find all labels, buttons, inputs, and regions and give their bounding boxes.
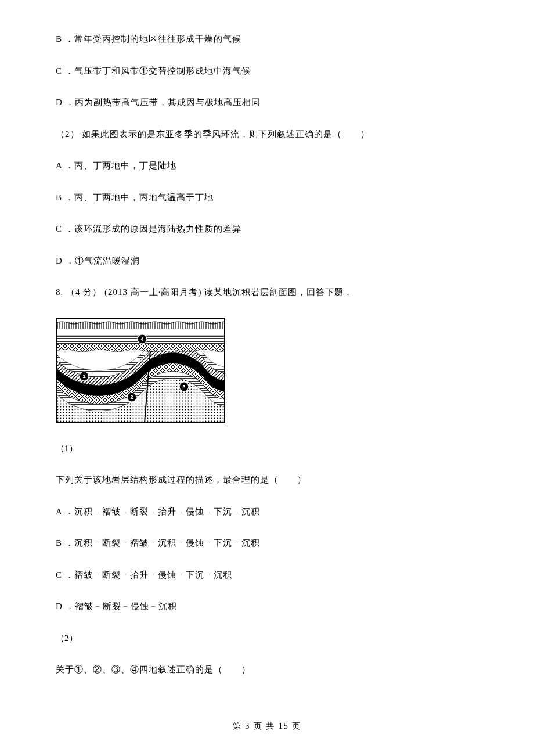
svg-text:1: 1 [82,373,85,379]
q8-sub1-option-c: C ．褶皱﹣断裂﹣抬升﹣侵蚀﹣下沉﹣沉积 [56,568,478,582]
q7-option-d: D ．丙为副热带高气压带，其成因与极地高压相同 [56,96,478,109]
marker-1-icon: 1 [80,372,89,381]
svg-text:4: 4 [140,336,143,342]
q7-option-b: B ．常年受丙控制的地区往往形成干燥的气候 [56,33,478,46]
q8-sub1-option-a: A ．沉积﹣褶皱﹣断裂﹣抬升﹣侵蚀﹣下沉﹣沉积 [56,505,478,519]
q8-figure: 4 1 2 3 [56,318,225,423]
q7-sub2-option-a: A ．丙、丁两地中，丁是陆地 [56,159,478,172]
q8-sub1-stem: 下列关于该地岩层结构形成过程的描述，最合理的是（ ） [56,473,478,487]
q7-sub2-stem: （2） 如果此图表示的是东亚冬季的季风环流，则下列叙述正确的是（ ） [56,128,478,141]
q8-sub1-option-d: D ．褶皱﹣断裂﹣侵蚀﹣沉积 [56,600,478,613]
page-footer: 第 3 页 共 15 页 [0,721,534,732]
svg-text:2: 2 [130,394,133,400]
q8-sub1-label: （1） [56,442,478,455]
marker-3-icon: 3 [179,382,189,391]
svg-rect-12 [56,322,225,329]
q8-sub1-option-b: B ．沉积﹣断裂﹣褶皱﹣沉积﹣侵蚀﹣下沉﹣沉积 [56,537,478,550]
marker-2-icon: 2 [127,393,136,402]
q7-option-c: C ．气压带丁和风带①交替控制形成地中海气候 [56,64,478,78]
q7-sub2-option-d: D ．①气流温暖湿润 [56,254,478,268]
svg-text:3: 3 [182,384,185,390]
q7-sub2-option-b: B ．丙、丁两地中，丙地气温高于丁地 [56,191,478,204]
q7-sub2-option-c: C ．该环流形成的原因是海陆热力性质的差异 [56,222,478,236]
q8-sub2-label: （2） [56,632,478,645]
q8-sub2-stem: 关于①、②、③、④四地叙述正确的是（ ） [56,663,478,676]
marker-4-icon: 4 [138,334,147,344]
q8-stem: 8. （4 分） (2013 高一上·高阳月考) 读某地沉积岩层剖面图，回答下题… [56,286,478,299]
